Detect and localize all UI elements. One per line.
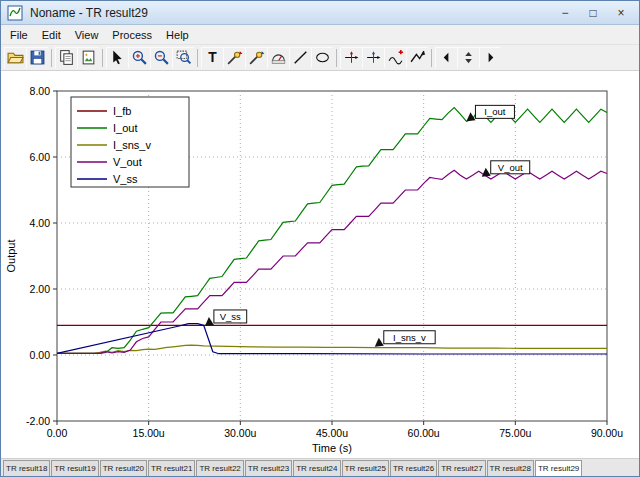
window-title: Noname - TR result29 [30, 6, 551, 20]
tab-tr-result23[interactable]: TR result23 [245, 460, 292, 476]
result-tab-bar: TR result18TR result19TR result20TR resu… [1, 458, 639, 476]
tab-tr-result24[interactable]: TR result24 [293, 460, 340, 476]
tab-tr-result19[interactable]: TR result19 [51, 460, 98, 476]
x-tick-label: 15.00u [133, 427, 165, 439]
x-tick-label: 0.00 [47, 427, 68, 439]
tab-tr-result29[interactable]: TR result29 [535, 460, 582, 476]
maximize-button[interactable]: □ [579, 3, 607, 23]
y-axis-title: Output [5, 239, 17, 272]
tab-tr-result18[interactable]: TR result18 [3, 460, 50, 476]
x-tick-label: 60.00u [408, 427, 440, 439]
x-tick-label: 45.00u [316, 427, 348, 439]
y-tick-label: 0.00 [30, 349, 51, 361]
callout-text: V_ss [220, 311, 241, 322]
svg-text:T: T [208, 49, 217, 65]
scroll-left-button[interactable] [435, 47, 457, 69]
legend-label-v_out: V_out [113, 156, 142, 168]
scroll-right-button[interactable] [479, 47, 501, 69]
toolbar: T [1, 45, 639, 71]
legend[interactable]: I_fbI_outI_sns_vV_outV_ss [71, 97, 189, 187]
save-button[interactable] [26, 47, 48, 69]
y-tick-label: 8.00 [30, 85, 51, 97]
open-button[interactable] [4, 47, 26, 69]
ellipse-tool-button[interactable] [311, 47, 333, 69]
curve-marker-button[interactable] [406, 47, 428, 69]
y-tick-label: -2.00 [26, 415, 50, 427]
zoom-area-button[interactable] [172, 47, 194, 69]
copy-image-button[interactable] [77, 47, 99, 69]
toolbar-separator [336, 49, 337, 67]
copy-button[interactable] [55, 47, 77, 69]
toolbar-separator [431, 49, 432, 67]
y-tick-label: 6.00 [30, 151, 51, 163]
text-tool-button[interactable]: T [201, 47, 223, 69]
legend-label-i_sns_v: I_sns_v [113, 139, 151, 151]
axis-y-button[interactable] [362, 47, 384, 69]
x-tick-label: 30.00u [224, 427, 256, 439]
x-axis-title: Time (s) [312, 442, 352, 454]
tab-tr-result22[interactable]: TR result22 [196, 460, 243, 476]
zoom-out-button[interactable] [150, 47, 172, 69]
meter-button[interactable] [267, 47, 289, 69]
y-tick-label: 2.00 [30, 283, 51, 295]
toolbar-separator [102, 49, 103, 67]
menu-process[interactable]: Process [105, 26, 159, 44]
y-tick-label: 4.00 [30, 217, 51, 229]
tab-tr-result26[interactable]: TR result26 [390, 460, 437, 476]
axis-x-button[interactable] [340, 47, 362, 69]
app-icon [7, 5, 23, 21]
legend-label-i_out: I_out [113, 122, 137, 134]
probe-voltage-button[interactable] [223, 47, 245, 69]
minimize-button[interactable]: − [551, 3, 579, 23]
callout-text: I_sns_v [393, 332, 426, 343]
x-tick-label: 90.00u [591, 427, 623, 439]
menu-edit[interactable]: Edit [35, 26, 68, 44]
spinner-control[interactable] [457, 47, 479, 69]
add-curve-button[interactable] [384, 47, 406, 69]
zoom-in-button[interactable] [128, 47, 150, 69]
close-button[interactable]: × [607, 3, 635, 23]
line-tool-button[interactable] [289, 47, 311, 69]
toolbar-separator [197, 49, 198, 67]
tab-tr-result28[interactable]: TR result28 [487, 460, 534, 476]
x-tick-label: 75.00u [499, 427, 531, 439]
select-arrow-button[interactable] [106, 47, 128, 69]
menu-file[interactable]: File [3, 26, 35, 44]
callout-text: I_out [484, 106, 505, 117]
legend-label-i_fb: I_fb [113, 105, 131, 117]
toolbar-separator [51, 49, 52, 67]
menu-help[interactable]: Help [159, 26, 196, 44]
menu-bar: FileEditViewProcessHelp [1, 25, 639, 45]
menu-view[interactable]: View [68, 26, 106, 44]
tab-tr-result20[interactable]: TR result20 [100, 460, 147, 476]
tab-tr-result25[interactable]: TR result25 [342, 460, 389, 476]
waveform-panel: 0.0015.00u30.00u45.00u60.00u75.00u90.00u… [1, 71, 639, 458]
tab-tr-result27[interactable]: TR result27 [438, 460, 485, 476]
probe-current-button[interactable] [245, 47, 267, 69]
callout-text: V_out [498, 162, 523, 173]
tab-tr-result21[interactable]: TR result21 [148, 460, 195, 476]
app-window: Noname - TR result29 − □ × FileEditViewP… [0, 0, 640, 477]
title-bar[interactable]: Noname - TR result29 − □ × [1, 1, 639, 25]
legend-label-v_ss: V_ss [113, 173, 138, 185]
waveform-plot[interactable]: 0.0015.00u30.00u45.00u60.00u75.00u90.00u… [1, 71, 639, 458]
